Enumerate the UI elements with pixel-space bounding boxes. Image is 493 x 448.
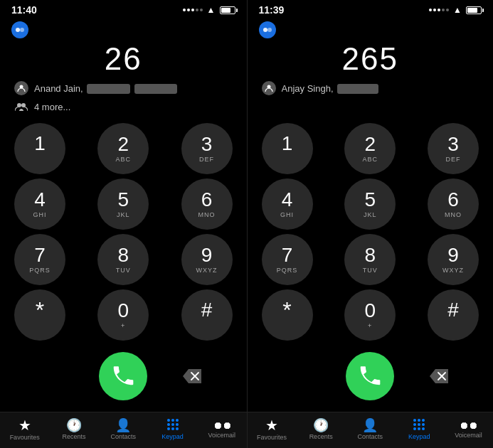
tab-favourites-label-right: Favourites — [257, 434, 287, 441]
tab-keypad-left[interactable]: Keypad — [155, 419, 191, 440]
tab-recents-label-left: Recents — [62, 433, 85, 440]
contact-name-left: Anand Jain, ■■■ ■■■■ ■■■ ■■■■ — [34, 83, 177, 94]
tab-keypad-label-right: Keypad — [408, 433, 430, 440]
battery-left — [220, 6, 235, 14]
dial-btn-0-right[interactable]: 0+ — [344, 289, 396, 341]
dial-btn-5-left[interactable]: 5JKL — [97, 178, 149, 230]
dial-btn-hash-right[interactable]: # — [428, 289, 479, 341]
contact-blur-1: ■■■ ■■■■ — [87, 84, 130, 94]
status-bar-left: 11:40 ▲ — [0, 0, 247, 18]
dialpad-left: 1 2ABC 3DEF 4GHI 5JKL 6MNO 7PQRS 8TUV 9W… — [0, 118, 247, 345]
dialpad-row-3-right: 7PQRS 8TUV 9WXYZ — [262, 234, 479, 285]
dialpad-row-3-left: 7PQRS 8TUV 9WXYZ — [14, 234, 233, 285]
contact-blur-right: ■■■■■■■ — [337, 84, 378, 94]
dial-btn-4-right[interactable]: 4GHI — [262, 178, 313, 230]
wifi-icon-left: ▲ — [207, 5, 216, 15]
voicemail-icon-right: ⏺⏺ — [459, 420, 477, 430]
person-icon-right: 👤 — [362, 419, 378, 432]
dial-btn-3-right[interactable]: 3DEF — [428, 123, 479, 174]
tab-recents-label-right: Recents — [309, 433, 333, 440]
tab-favourites-right[interactable]: ★ Favourites — [254, 418, 290, 441]
dialpad-row-4-left: * 0+ # — [14, 289, 233, 341]
status-bar-right: 11:39 ▲ — [248, 0, 494, 18]
contact-name-right: Anjay Singh, ■■■■■■■ — [282, 83, 378, 94]
dual-sim-right — [259, 21, 276, 38]
svg-point-1 — [20, 28, 24, 32]
dial-btn-hash-left[interactable]: # — [181, 289, 233, 341]
star-icon-right: ★ — [265, 418, 278, 432]
delete-button-right[interactable] — [423, 361, 454, 392]
dial-btn-4-left[interactable]: 4GHI — [14, 178, 65, 230]
action-row-right — [248, 345, 494, 412]
dialpad-row-4-right: * 0+ # — [262, 289, 479, 341]
dialpad-row-1-right: 1 2ABC 3DEF — [262, 123, 479, 174]
svg-point-7 — [263, 28, 267, 32]
status-icons-right: ▲ — [429, 5, 482, 15]
contact-blur-2: ■■■ ■■■■ — [134, 84, 178, 94]
dial-btn-7-right[interactable]: 7PQRS — [262, 234, 313, 285]
dial-btn-star-left[interactable]: * — [14, 289, 65, 341]
tab-favourites-left[interactable]: ★ Favourites — [7, 418, 43, 441]
more-contacts-left[interactable]: 4 more... — [0, 97, 247, 118]
tab-voicemail-left[interactable]: ⏺⏺ Voicemail — [204, 420, 240, 439]
voicemail-icon-left: ⏺⏺ — [213, 420, 231, 430]
tab-keypad-label-left: Keypad — [161, 433, 184, 440]
tab-bar-right: ★ Favourites 🕐 Recents 👤 Contacts Keypad… — [248, 412, 494, 448]
clock-icon-left: 🕐 — [66, 419, 82, 432]
svg-point-8 — [267, 28, 272, 32]
tab-contacts-right[interactable]: 👤 Contacts — [352, 419, 388, 440]
dial-btn-8-right[interactable]: 8TUV — [344, 234, 396, 285]
call-button-right[interactable] — [346, 352, 394, 400]
dialpad-right: 1 2ABC 3DEF 4GHI 5JKL 6MNO 7PQRS 8TUV 9W… — [248, 118, 494, 345]
tab-contacts-left[interactable]: 👤 Contacts — [105, 419, 141, 440]
tab-recents-right[interactable]: 🕐 Recents — [303, 419, 339, 440]
dial-btn-2-right[interactable]: 2ABC — [344, 123, 396, 174]
dial-btn-3-left[interactable]: 3DEF — [181, 123, 233, 174]
more-text-left: 4 more... — [34, 102, 70, 112]
tab-keypad-right[interactable]: Keypad — [401, 419, 437, 440]
dialed-number-right: 265 — [248, 40, 494, 80]
battery-right — [466, 6, 482, 14]
delete-button-left[interactable] — [176, 361, 207, 392]
wifi-icon-right: ▲ — [453, 5, 462, 15]
action-row-left — [0, 345, 247, 412]
tab-bar-left: ★ Favourites 🕐 Recents 👤 Contacts Keypad… — [0, 412, 247, 448]
dial-btn-1-right[interactable]: 1 — [262, 123, 313, 174]
contact-suggestion-right[interactable]: Anjay Singh, ■■■■■■■ — [248, 80, 494, 97]
contact-icon-left — [14, 81, 28, 95]
keypad-icon-right — [413, 419, 425, 430]
dial-btn-2-left[interactable]: 2ABC — [97, 123, 149, 174]
call-button-left[interactable] — [99, 352, 147, 400]
dial-btn-5-right[interactable]: 5JKL — [344, 178, 396, 230]
tab-contacts-label-right: Contacts — [357, 433, 383, 440]
contact-icon-right — [262, 81, 276, 95]
dial-btn-7-left[interactable]: 7PQRS — [14, 234, 65, 285]
time-right: 11:39 — [259, 4, 285, 16]
person-icon-left: 👤 — [115, 419, 131, 432]
tab-voicemail-label-right: Voicemail — [455, 432, 482, 439]
dialpad-row-1-left: 1 2ABC 3DEF — [14, 123, 233, 174]
tab-voicemail-right[interactable]: ⏺⏺ Voicemail — [450, 420, 486, 439]
group-icon-left — [14, 100, 28, 114]
star-icon-left: ★ — [18, 418, 31, 432]
dial-btn-9-right[interactable]: 9WXYZ — [428, 234, 479, 285]
dial-btn-6-left[interactable]: 6MNO — [181, 178, 233, 230]
left-phone-screen: 11:40 ▲ 26 — [0, 0, 247, 448]
dual-sim-left — [11, 21, 28, 38]
dial-btn-star-right[interactable]: * — [262, 289, 313, 341]
dialed-number-left: 26 — [0, 40, 247, 80]
tab-recents-left[interactable]: 🕐 Recents — [56, 419, 92, 440]
dialpad-row-2-right: 4GHI 5JKL 6MNO — [262, 178, 479, 230]
dial-btn-1-left[interactable]: 1 — [14, 123, 65, 174]
tab-voicemail-label-left: Voicemail — [208, 432, 236, 439]
status-icons-left: ▲ — [183, 5, 235, 15]
clock-icon-right: 🕐 — [313, 419, 329, 432]
dial-btn-9-left[interactable]: 9WXYZ — [181, 234, 233, 285]
dialpad-row-2-left: 4GHI 5JKL 6MNO — [14, 178, 233, 230]
time-left: 11:40 — [11, 4, 37, 16]
tab-favourites-label-left: Favourites — [10, 434, 40, 441]
dial-btn-8-left[interactable]: 8TUV — [97, 234, 149, 285]
contact-suggestion-left[interactable]: Anand Jain, ■■■ ■■■■ ■■■ ■■■■ — [0, 80, 247, 97]
dial-btn-0-left[interactable]: 0+ — [97, 289, 149, 341]
dial-btn-6-right[interactable]: 6MNO — [428, 178, 479, 230]
